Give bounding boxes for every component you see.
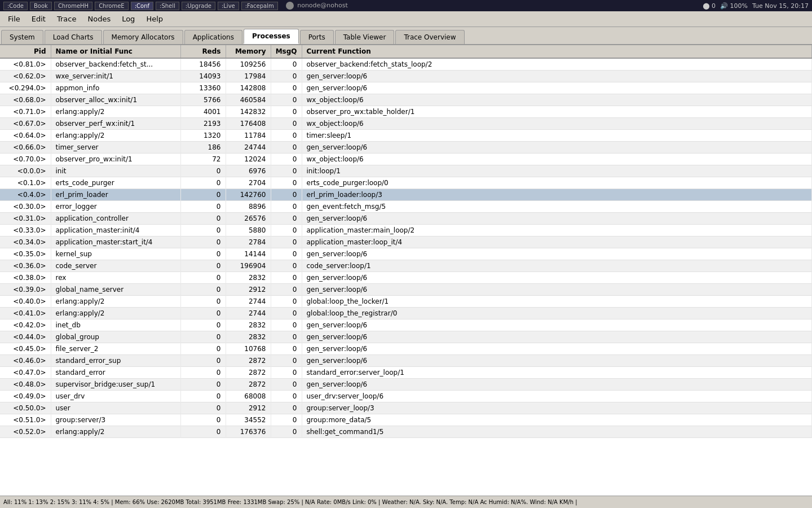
cell-name: erlang:apply/2 xyxy=(51,106,180,118)
table-row[interactable]: <0.38.0>rex028320gen_server:loop/6 xyxy=(0,272,812,284)
tab-load-charts[interactable]: Load Charts xyxy=(45,30,102,44)
menu-log[interactable]: Log xyxy=(116,13,140,25)
cell-pid: <0.1.0> xyxy=(0,177,51,189)
cell-name: erlang:apply/2 xyxy=(51,130,180,142)
cell-msgq: 0 xyxy=(271,367,302,379)
table-row[interactable]: <0.30.0>error_logger088960gen_event:fetc… xyxy=(0,201,812,213)
table-row[interactable]: <0.64.0>erlang:apply/21320117840timer:sl… xyxy=(0,130,812,142)
sys-tab-book[interactable]: Book xyxy=(30,2,52,10)
table-row[interactable]: <0.33.0>application_master:init/4058800a… xyxy=(0,225,812,237)
cell-reds: 0 xyxy=(180,414,226,426)
table-row[interactable]: <0.52.0>erlang:apply/201763760shell:get_… xyxy=(0,426,812,438)
table-row[interactable]: <0.31.0>application_controller0265760gen… xyxy=(0,213,812,225)
menu-trace[interactable]: Trace xyxy=(51,13,82,25)
cell-msgq: 0 xyxy=(271,118,302,130)
cell-reds: 0 xyxy=(180,237,226,248)
tab-memory-allocators[interactable]: Memory Allocators xyxy=(103,30,183,44)
cell-func: gen_server:loop/6 xyxy=(302,319,812,331)
cell-func: global:loop_the_locker/1 xyxy=(302,296,812,308)
cell-func: gen_server:loop/6 xyxy=(302,71,812,82)
menu-edit[interactable]: Edit xyxy=(26,13,51,25)
table-row[interactable]: <0.44.0>global_group028320gen_server:loo… xyxy=(0,331,812,343)
table-row[interactable]: <0.1.0>erts_code_purger027040erts_code_p… xyxy=(0,177,812,189)
table-row[interactable]: <0.34.0>application_master:start_it/4027… xyxy=(0,237,812,248)
table-row[interactable]: <0.47.0>standard_error028720standard_err… xyxy=(0,367,812,379)
table-row[interactable]: <0.39.0>global_name_server029120gen_serv… xyxy=(0,284,812,296)
menu-nodes[interactable]: Nodes xyxy=(82,13,116,25)
cell-func: gen_server:loop/6 xyxy=(302,82,812,94)
cell-func: gen_server:loop/6 xyxy=(302,379,812,391)
sys-tab-upgrade[interactable]: :Upgrade xyxy=(182,2,215,10)
cell-memory: 196904 xyxy=(226,260,271,272)
cell-func: gen_server:loop/6 xyxy=(302,272,812,284)
table-row[interactable]: <0.50.0>user029120group:server_loop/3 xyxy=(0,402,812,414)
tab-system[interactable]: System xyxy=(1,30,43,44)
cell-pid: <0.50.0> xyxy=(0,402,51,414)
col-header-func[interactable]: Current Function xyxy=(302,45,812,58)
cell-reds: 0 xyxy=(180,391,226,402)
cell-func: timer:sleep/1 xyxy=(302,130,812,142)
tab-trace-overview[interactable]: Trace Overview xyxy=(395,30,464,44)
cell-name: group:server/3 xyxy=(51,414,180,426)
table-row[interactable]: <0.67.0>observer_perf_wx:init/1219317640… xyxy=(0,118,812,130)
col-header-name[interactable]: Name or Initial Func xyxy=(51,45,180,58)
table-row[interactable]: <0.71.0>erlang:apply/240011428320observe… xyxy=(0,106,812,118)
table-row[interactable]: <0.46.0>standard_error_sup028720gen_serv… xyxy=(0,355,812,367)
table-row[interactable]: <0.42.0>inet_db028320gen_server:loop/6 xyxy=(0,319,812,331)
cell-memory: 142832 xyxy=(226,106,271,118)
cell-func: gen_server:loop/6 xyxy=(302,213,812,225)
menu-file[interactable]: File xyxy=(2,13,26,25)
cell-reds: 0 xyxy=(180,189,226,201)
cell-memory: 142808 xyxy=(226,82,271,94)
cell-msgq: 0 xyxy=(271,248,302,260)
table-row[interactable]: <0.40.0>erlang:apply/2027440global:loop_… xyxy=(0,296,812,308)
table-row[interactable]: <0.66.0>timer_server186247440gen_server:… xyxy=(0,142,812,154)
cell-pid: <0.35.0> xyxy=(0,248,51,260)
table-row[interactable]: <0.68.0>observer_alloc_wx:init/157664605… xyxy=(0,94,812,106)
cell-memory: 2832 xyxy=(226,272,271,284)
col-header-msgq[interactable]: MsgQ xyxy=(271,45,302,58)
table-row[interactable]: <0.62.0>wxe_server:init/114093179840gen_… xyxy=(0,71,812,82)
cell-reds: 5766 xyxy=(180,94,226,106)
cell-reds: 14093 xyxy=(180,71,226,82)
menu-help[interactable]: Help xyxy=(140,13,169,25)
sys-tab-code[interactable]: :Code xyxy=(3,2,28,10)
cell-func: wx_object:loop/6 xyxy=(302,154,812,165)
tab-processes[interactable]: Processes xyxy=(244,29,299,44)
tab-ports[interactable]: Ports xyxy=(300,30,334,44)
sys-tab-facepalm[interactable]: :Facepalm xyxy=(241,2,278,10)
tab-table-viewer[interactable]: Table Viewer xyxy=(335,30,395,44)
table-row[interactable]: <0.0.0>init069760init:loop/1 xyxy=(0,165,812,177)
table-row[interactable]: <0.81.0>observer_backend:fetch_st...1845… xyxy=(0,58,812,71)
sys-tab-live[interactable]: :Live xyxy=(218,2,239,10)
col-header-reds[interactable]: Reds xyxy=(180,45,226,58)
table-row[interactable]: <0.49.0>user_drv0680080user_drv:server_l… xyxy=(0,391,812,402)
table-row[interactable]: <0.51.0>group:server/30345520group:more_… xyxy=(0,414,812,426)
table-row[interactable]: <0.41.0>erlang:apply/2027440global:loop_… xyxy=(0,308,812,319)
cell-func: application_master:loop_it/4 xyxy=(302,237,812,248)
col-header-memory[interactable]: Memory xyxy=(226,45,271,58)
cell-pid: <0.0.0> xyxy=(0,165,51,177)
cell-memory: 68008 xyxy=(226,391,271,402)
cell-func: group:server_loop/3 xyxy=(302,402,812,414)
cell-func: gen_server:loop/6 xyxy=(302,248,812,260)
cell-memory: 2912 xyxy=(226,402,271,414)
sys-tab-shell[interactable]: :Shell xyxy=(156,2,179,10)
table-row[interactable]: <0.35.0>kernel_sup0141440gen_server:loop… xyxy=(0,248,812,260)
cell-func: observer_pro_wx:table_holder/1 xyxy=(302,106,812,118)
cell-pid: <0.81.0> xyxy=(0,58,51,71)
col-header-pid[interactable]: Pid xyxy=(0,45,51,58)
sys-tab-chromee[interactable]: ChromeE xyxy=(95,2,129,10)
table-row[interactable]: <0.36.0>code_server01969040code_server:l… xyxy=(0,260,812,272)
cell-func: user_drv:server_loop/6 xyxy=(302,391,812,402)
table-row[interactable]: <0.4.0>erl_prim_loader01427600erl_prim_l… xyxy=(0,189,812,201)
table-row[interactable]: <0.48.0>supervisor_bridge:user_sup/10287… xyxy=(0,379,812,391)
table-row[interactable]: <0.45.0>file_server_20107680gen_server:l… xyxy=(0,343,812,355)
table-row[interactable]: <0.70.0>observer_pro_wx:init/172120240wx… xyxy=(0,154,812,165)
sys-tab-conf[interactable]: :Conf xyxy=(131,2,153,10)
sys-tab-chromehh[interactable]: ChromeHH xyxy=(54,2,92,10)
cell-reds: 2193 xyxy=(180,118,226,130)
table-row[interactable]: <0.294.0>appmon_info133601428080gen_serv… xyxy=(0,82,812,94)
tab-applications[interactable]: Applications xyxy=(184,30,242,44)
cell-name: erlang:apply/2 xyxy=(51,308,180,319)
